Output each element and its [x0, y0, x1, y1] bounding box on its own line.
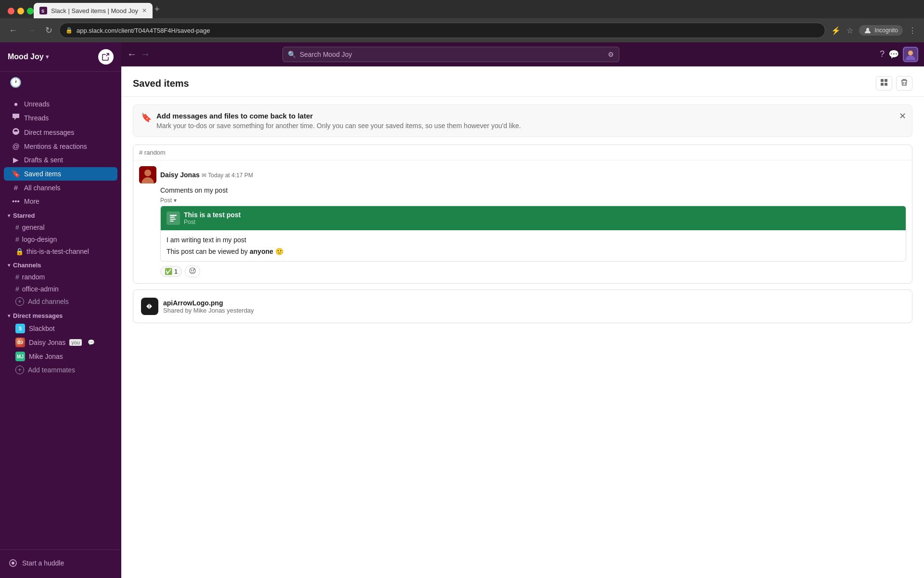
drafts-label: Drafts & sent [24, 156, 63, 164]
maximize-window-button[interactable] [27, 8, 34, 14]
close-window-button[interactable] [8, 8, 14, 14]
extension-icon[interactable]: ⚡ [829, 23, 843, 38]
forward-button[interactable]: → [24, 24, 38, 38]
post-body-line2: This post can be viewed by anyone 🙂 [167, 248, 900, 255]
activity-button[interactable]: 💬 [888, 49, 899, 60]
saved-item-card-2: apiArrowLogo.png Shared by Mike Jonas ye… [133, 289, 912, 323]
saved-items-trash-button[interactable] [896, 76, 912, 91]
sidebar-item-threads[interactable]: Threads [4, 111, 117, 125]
sidebar-item-all-channels[interactable]: # All channels [4, 181, 117, 194]
banner-close-button[interactable]: ✕ [899, 111, 906, 121]
add-channels-label: Add channels [28, 298, 69, 305]
reload-button[interactable]: ↻ [42, 23, 55, 38]
svg-text:S: S [41, 9, 44, 13]
post-attachment: Post ▾ [160, 197, 906, 262]
forward-nav-button[interactable]: → [141, 49, 150, 60]
you-badge: you [69, 339, 82, 346]
sidebar-item-drafts[interactable]: ▶ Drafts & sent [4, 153, 117, 167]
new-message-button[interactable] [98, 49, 114, 65]
message-text: Comments on my post [160, 186, 906, 194]
tab-close-button[interactable]: ✕ [142, 7, 147, 14]
svg-point-6 [908, 51, 913, 55]
sidebar-item-office-admin[interactable]: # office-admin [2, 283, 119, 295]
address-bar[interactable]: 🔒 app.slack.com/client/T04A4T58F4H/saved… [59, 23, 825, 38]
channel-name: random [144, 149, 166, 156]
general-hash-icon: # [15, 223, 19, 231]
huddle-icon [8, 558, 18, 568]
banner-body: Mark your to-dos or save something for a… [156, 122, 521, 130]
saved-item-card-1: # random Dais [133, 144, 912, 284]
starred-section-header[interactable]: ▾ Starred [0, 208, 121, 221]
anyone-text: anyone [250, 248, 273, 255]
api-card-text: apiArrowLogo.png Shared by Mike Jonas ye… [163, 299, 254, 314]
direct-messages-label: Direct messages [24, 129, 74, 136]
saved-items-view-toggle[interactable] [876, 76, 892, 91]
sidebar-item-general[interactable]: # general [2, 222, 119, 233]
message-header: Daisy Jonas ✉ Today at 4:17 PM [139, 166, 906, 184]
sidebar-item-slackbot[interactable]: S Slackbot [2, 322, 119, 335]
lock-icon: 🔒 [65, 27, 73, 34]
add-teammates-button[interactable]: + Add teammates [2, 364, 119, 376]
search-icon: 🔍 [288, 51, 296, 58]
sidebar-item-logo-design[interactable]: # logo-design [2, 234, 119, 245]
add-teammates-icon: + [15, 366, 24, 374]
sidebar-item-test-channel[interactable]: 🔒 this-is-a-test-channel [2, 246, 119, 257]
sidebar-header: Mood Joy ▾ [0, 42, 121, 72]
api-logo-avatar [141, 298, 158, 315]
reaction-emoji: ✅ [165, 268, 172, 275]
reaction-checkmark[interactable]: ✅ 1 [160, 266, 182, 277]
sender-avatar [139, 166, 156, 184]
post-body-line1: I am writing text in my post [167, 236, 900, 244]
history-button[interactable]: 🕐 [8, 75, 24, 90]
sidebar-item-random[interactable]: # random [2, 271, 119, 283]
channels-section-header[interactable]: ▾ Channels [0, 258, 121, 271]
sender-info: Daisy Jonas ✉ Today at 4:17 PM [160, 171, 253, 179]
sidebar-item-unreads[interactable]: ● Unreads [4, 97, 117, 110]
workspace-chevron-icon: ▾ [46, 53, 49, 60]
saved-icon: 🔖 [12, 170, 20, 178]
page-content: Saved items [121, 66, 924, 578]
post-card-body: I am writing text in my post This post c… [161, 230, 906, 261]
post-card-icon [167, 211, 180, 225]
banner-bookmark-icon: 🔖 [141, 112, 152, 123]
tab-favicon: S [39, 7, 47, 14]
profile-icon[interactable]: Incognito [857, 23, 905, 38]
user-avatar[interactable] [903, 47, 918, 62]
post-card-subtitle: Post [184, 219, 241, 225]
bookmark-icon[interactable]: ☆ [845, 23, 855, 38]
huddle-label: Start a huddle [22, 559, 64, 567]
sidebar-item-daisy[interactable]: DJ Daisy Jonas you 💬 [2, 336, 119, 349]
browser-nav-icons: ⚡ ☆ Incognito ⋮ [829, 23, 918, 38]
sidebar-item-mentions[interactable]: @ Mentions & reactions [4, 140, 117, 153]
dm-section-label: Direct messages [13, 312, 63, 319]
url-text: app.slack.com/client/T04A4T58F4H/saved-p… [77, 27, 210, 34]
browser-tab[interactable]: S Slack | Saved items | Mood Joy ✕ [34, 3, 153, 18]
workspace-name-text: Mood Joy [8, 53, 44, 61]
search-bar[interactable]: 🔍 Search Mood Joy ⚙ [282, 47, 619, 62]
unreads-label: Unreads [24, 100, 50, 108]
post-card[interactable]: This is a test post Post I am writing te… [160, 206, 906, 262]
add-channels-button[interactable]: + Add channels [2, 295, 119, 308]
sidebar-item-mike[interactable]: MJ Mike Jonas [2, 350, 119, 363]
dm-section-header[interactable]: ▾ Direct messages [0, 308, 121, 321]
back-nav-button[interactable]: ← [127, 49, 137, 60]
shared-by: Shared by Mike Jonas yesterday [163, 307, 254, 314]
slackbot-label: Slackbot [29, 325, 55, 332]
menu-button[interactable]: ⋮ [907, 23, 918, 38]
test-channel-label: this-is-a-test-channel [26, 248, 89, 255]
post-card-header: This is a test post Post [161, 206, 906, 230]
svg-rect-13 [170, 215, 177, 216]
back-button[interactable]: ← [6, 24, 20, 38]
sidebar-footer: Start a huddle [0, 550, 121, 578]
start-huddle-button[interactable]: Start a huddle [8, 554, 114, 572]
new-tab-button[interactable]: + [154, 4, 160, 14]
add-reaction-button[interactable] [185, 265, 200, 277]
sidebar-item-direct-messages[interactable]: Direct messages [4, 125, 117, 139]
sidebar-item-more[interactable]: ••• More [4, 195, 117, 208]
help-button[interactable]: ? [880, 49, 885, 59]
minimize-window-button[interactable] [17, 8, 24, 14]
banner-text: Add messages and files to come back to l… [156, 112, 521, 130]
logo-design-hash-icon: # [15, 236, 19, 243]
sidebar-item-saved[interactable]: 🔖 Saved items [4, 167, 117, 181]
workspace-name[interactable]: Mood Joy ▾ [8, 53, 49, 61]
